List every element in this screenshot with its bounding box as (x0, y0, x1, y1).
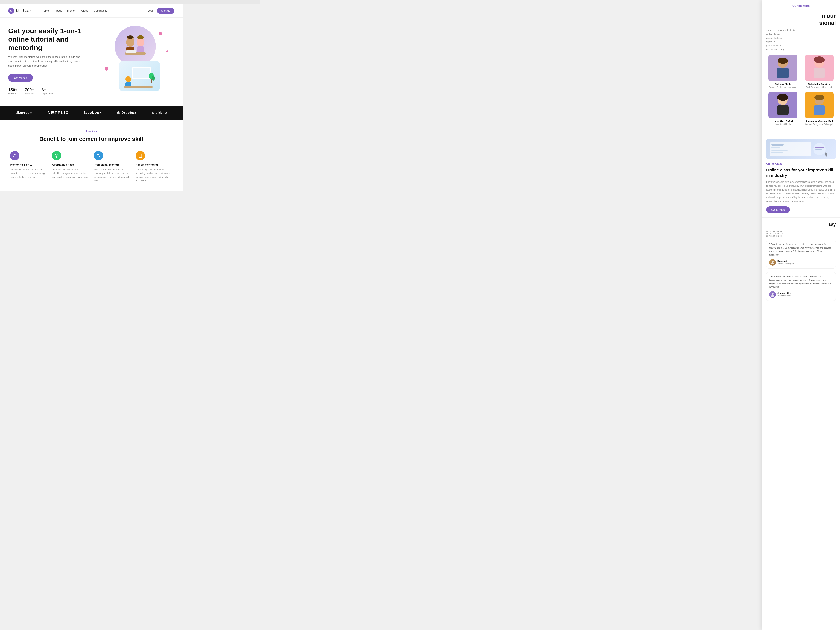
hero-left: Get your easily 1-on-1 online tutorial a… (8, 27, 94, 95)
nav-home[interactable]: Home (42, 9, 49, 12)
nav-mentor[interactable]: Mentor (67, 9, 76, 12)
brand-netflix: NETFLIX (47, 111, 69, 115)
feature-mentoring: Mentoring 1-on-1 Every work of art is ti… (10, 151, 47, 182)
svg-point-13 (125, 76, 131, 82)
brand-facebook: facebook (84, 111, 102, 115)
left-content: S SkillSpark Home About Mentor Class Com… (0, 4, 183, 191)
hero-right (103, 26, 174, 96)
clipboard-icon (138, 153, 142, 158)
hero-description: We work with mentoring who are experienc… (8, 55, 82, 68)
stat-experiences-number: 6+ (42, 88, 54, 92)
svg-point-7 (137, 35, 144, 39)
svg-rect-14 (125, 82, 131, 87)
hero-stats: 150+ Mentors 700+ Members 6+ Experiences (8, 88, 94, 95)
signup-button[interactable]: Sign up (157, 8, 174, 14)
user-check-icon (96, 153, 101, 158)
logo-text: SkillSpark (16, 9, 32, 13)
login-button[interactable]: Login (148, 9, 154, 12)
brand-dropbox: Dropbox (117, 111, 136, 115)
logo-wrapper: S SkillSpark (8, 8, 32, 14)
top-strip (0, 0, 261, 4)
dropbox-icon (117, 111, 120, 115)
stat-members: 700+ Members (25, 88, 34, 95)
nav-about[interactable]: About (55, 9, 62, 12)
feature-title-mentoring: Mentoring 1-on-1 (10, 163, 47, 166)
get-started-button[interactable]: Get started (8, 74, 33, 82)
feature-title-report: Report mentoring (136, 163, 172, 166)
stat-mentors: 150+ Mentors (8, 88, 17, 95)
person-icon (13, 153, 17, 158)
pink-dot-1 (159, 32, 162, 35)
nav-class[interactable]: Class (81, 9, 88, 12)
hero-bottom-illustration (119, 61, 160, 92)
stat-mentors-number: 150+ (8, 88, 17, 92)
content-area: S SkillSpark Home About Mentor Class Com… (0, 4, 261, 191)
nav-actions: Login Sign up (148, 8, 174, 14)
feature-icon-prices: $ (52, 151, 61, 160)
feature-title-mentors: Profesional mentors (94, 163, 131, 166)
svg-rect-18 (124, 86, 153, 88)
feature-prices: $ Affordable prices Our team works to ma… (52, 151, 89, 182)
feature-icon-mentoring (10, 151, 19, 160)
about-label: About us (8, 130, 174, 133)
feature-desc-prices: Our team works to make the exhibition de… (52, 168, 89, 179)
svg-text:$: $ (56, 155, 57, 157)
svg-marker-20 (117, 112, 120, 114)
brands-strip: tiketcom NETFLIX facebook Dropbox (0, 106, 183, 120)
svg-rect-5 (137, 46, 144, 53)
about-section: About us Benefit to join cemen for impro… (0, 120, 183, 191)
hero-title: Get your easily 1-on-1 online tutorial a… (8, 27, 94, 52)
svg-point-21 (14, 154, 16, 155)
svg-rect-12 (133, 68, 150, 78)
svg-point-24 (98, 154, 99, 155)
feature-icon-mentors (94, 151, 103, 160)
dollar-icon: $ (54, 153, 59, 158)
study-illustration (119, 30, 152, 63)
svg-point-17 (152, 76, 155, 81)
stat-members-label: Members (25, 92, 34, 95)
nav-community[interactable]: Community (94, 9, 107, 12)
page-wrapper: S SkillSpark Home About Mentor Class Com… (0, 0, 261, 191)
airbnb-icon (151, 111, 155, 114)
feature-title-prices: Affordable prices (52, 163, 89, 166)
online-class-illustration (122, 63, 157, 89)
stat-experiences-label: Experiences (42, 92, 54, 95)
stat-experiences: 6+ Experiences (42, 88, 54, 95)
navbar: S SkillSpark Home About Mentor Class Com… (0, 4, 183, 17)
feature-desc-mentoring: Every work of art is timeless and powerf… (10, 168, 47, 179)
brand-tiket: tiketcom (16, 111, 33, 115)
feature-desc-mentors: With smartphones as a basic necessity, m… (94, 168, 131, 182)
tiket-dot (24, 112, 25, 114)
pink-dot-2 (166, 51, 168, 52)
svg-rect-9 (126, 51, 136, 53)
stat-members-number: 700+ (25, 88, 34, 92)
feature-mentors: Profesional mentors With smartphones as … (94, 151, 131, 182)
about-title: Benefit to join cemen for improve skill (8, 135, 174, 143)
features-grid: Mentoring 1-on-1 Every work of art is ti… (8, 151, 174, 182)
stat-mentors-label: Mentors (8, 92, 17, 95)
brand-airbnb: airbnb (151, 111, 167, 115)
feature-desc-report: Three things that we base off according … (136, 168, 172, 182)
feature-icon-report (136, 151, 145, 160)
main-card: S SkillSpark Home About Mentor Class Com… (0, 4, 183, 191)
hero-section: Get your easily 1-on-1 online tutorial a… (0, 17, 183, 106)
svg-point-3 (127, 35, 134, 39)
feature-report: Report mentoring Three things that we ba… (136, 151, 172, 182)
nav-links: Home About Mentor Class Community (42, 9, 107, 12)
pink-dot-3 (104, 67, 108, 71)
logo-icon: S (8, 8, 14, 14)
